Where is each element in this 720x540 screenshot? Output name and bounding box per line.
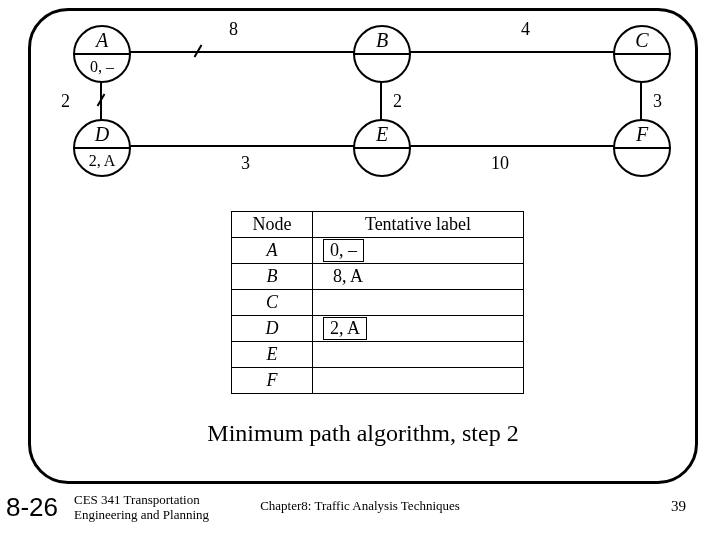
- node-A: A 0, –: [73, 25, 131, 83]
- network-graph: 8 4 3 10 2 2 3 A 0, – B C: [61, 25, 681, 185]
- table-row: B 8, A: [232, 264, 524, 290]
- edge-DE: [101, 145, 361, 147]
- caption: Minimum path algorithm, step 2: [31, 420, 695, 447]
- chapter-title: Chapter8: Traffic Analysis Techniques: [0, 498, 720, 514]
- node-A-label: 0, –: [75, 55, 129, 79]
- weight-AB: 8: [229, 19, 238, 40]
- cell-label: [313, 342, 524, 368]
- table-row: E: [232, 342, 524, 368]
- footer: 8-26 CES 341 Transportation Engineering …: [0, 488, 720, 532]
- weight-BE: 2: [393, 91, 402, 112]
- cell-label: 2, A: [313, 316, 524, 342]
- node-E-label: [355, 149, 409, 173]
- node-D: D 2, A: [73, 119, 131, 177]
- weight-BC: 4: [521, 19, 530, 40]
- node-D-letter: D: [75, 121, 129, 147]
- node-C: C: [613, 25, 671, 83]
- weight-DE: 3: [241, 153, 250, 174]
- cell-label: 0, –: [313, 238, 524, 264]
- tentative-label-table: Node Tentative label A 0, – B 8, A C D 2…: [231, 211, 524, 394]
- node-D-label: 2, A: [75, 149, 129, 173]
- node-B: B: [353, 25, 411, 83]
- table-row: F: [232, 368, 524, 394]
- table-row: D 2, A: [232, 316, 524, 342]
- node-B-label: [355, 55, 409, 79]
- node-B-letter: B: [355, 27, 409, 53]
- weight-CF: 3: [653, 91, 662, 112]
- cell-node: F: [232, 368, 313, 394]
- th-node: Node: [232, 212, 313, 238]
- edge-AB: [101, 51, 361, 53]
- cell-label: [313, 290, 524, 316]
- node-C-letter: C: [615, 27, 669, 53]
- cell-node: E: [232, 342, 313, 368]
- weight-EF: 10: [491, 153, 509, 174]
- node-E-letter: E: [355, 121, 409, 147]
- cell-node: A: [232, 238, 313, 264]
- node-A-letter: A: [75, 27, 129, 53]
- cell-label: [313, 368, 524, 394]
- node-F-letter: F: [615, 121, 669, 147]
- table-row: C: [232, 290, 524, 316]
- node-C-label: [615, 55, 669, 79]
- weight-AD: 2: [61, 91, 70, 112]
- slide-frame: 8 4 3 10 2 2 3 A 0, – B C: [28, 8, 698, 484]
- node-E: E: [353, 119, 411, 177]
- cell-node: D: [232, 316, 313, 342]
- cell-node: C: [232, 290, 313, 316]
- page-number: 39: [671, 498, 686, 515]
- edge-EF: [381, 145, 641, 147]
- th-label: Tentative label: [313, 212, 524, 238]
- table-row: A 0, –: [232, 238, 524, 264]
- node-F: F: [613, 119, 671, 177]
- node-F-label: [615, 149, 669, 173]
- edge-BC: [381, 51, 641, 53]
- cell-label: 8, A: [313, 264, 524, 290]
- cell-node: B: [232, 264, 313, 290]
